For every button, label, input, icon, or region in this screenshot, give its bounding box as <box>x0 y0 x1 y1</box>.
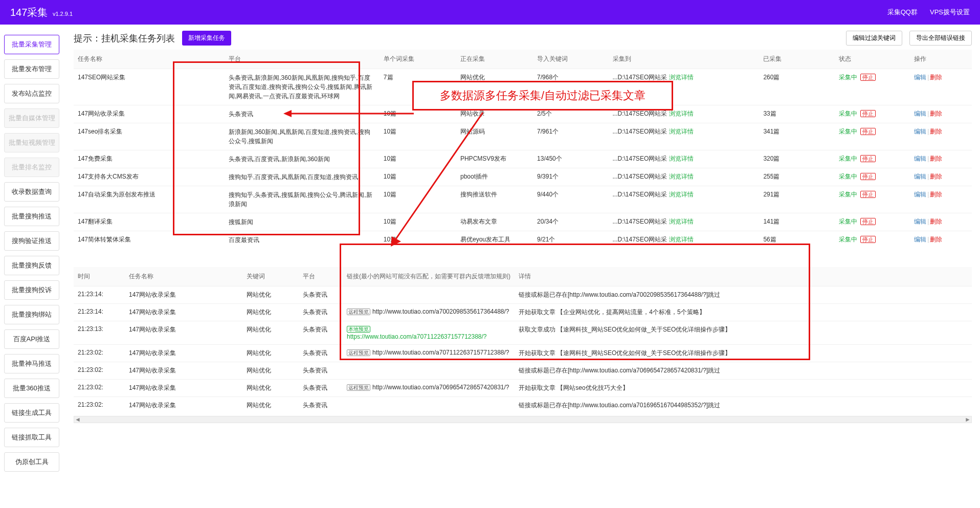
log-row: 21:23:13:147网站收录采集网站优化头条资讯本地预览https://ww… <box>74 321 972 345</box>
cell-single: 10篇 <box>380 168 456 186</box>
sidebar-item-3: 批量自媒体管理 <box>4 108 59 128</box>
link-vps-settings[interactable]: VPS拨号设置 <box>930 8 970 17</box>
browse-detail-link[interactable]: 浏览详情 <box>669 155 694 162</box>
cell-log-link: 本地预览https://www.toutiao.com/a70711226371… <box>343 321 515 345</box>
cell-collected: 56篇 <box>759 231 834 249</box>
sidebar-item-6[interactable]: 收录数据查询 <box>4 182 59 202</box>
sidebar-item-11[interactable]: 批量搜狗绑站 <box>4 305 59 324</box>
cell-status: 采集中停止 <box>835 105 910 123</box>
edit-link[interactable]: 编辑 <box>914 236 926 243</box>
delete-link[interactable]: 删除 <box>930 236 942 243</box>
delete-link[interactable]: 删除 <box>930 74 942 81</box>
browse-detail-link[interactable]: 浏览详情 <box>669 218 694 225</box>
sidebar-item-16[interactable]: 链接抓取工具 <box>4 428 59 447</box>
stop-button[interactable]: 停止 <box>860 191 876 198</box>
edit-link[interactable]: 编辑 <box>914 173 926 180</box>
stop-button[interactable]: 停止 <box>860 128 876 135</box>
main-content: 提示：挂机采集任务列表 新增采集任务 编辑过滤关键词 导出全部错误链接 任务名称… <box>63 25 980 508</box>
cell-save-to: ...D:\147SEO网站采 浏览详情 <box>609 168 760 186</box>
local-preview-tag[interactable]: 本地预览 <box>347 326 370 333</box>
cell-platform: 搜狐新闻 <box>225 213 380 231</box>
browse-detail-link[interactable]: 浏览详情 <box>669 128 694 135</box>
sidebar-item-8[interactable]: 搜狗验证推送 <box>4 231 59 251</box>
edit-link[interactable]: 编辑 <box>914 218 926 225</box>
remote-preview-tag[interactable]: 远程预览 <box>347 349 370 356</box>
cell-save-to: ...D:\147SEO网站采 浏览详情 <box>609 186 760 213</box>
delete-link[interactable]: 删除 <box>930 173 942 180</box>
cell-log-task: 147网站收录采集 <box>125 345 242 362</box>
log-url[interactable]: http://www.toutiao.com/a7069654728657420… <box>372 384 509 391</box>
cell-log-platform: 头条资讯 <box>299 321 343 345</box>
log-url[interactable]: https://www.toutiao.com/a707112263715771… <box>347 333 487 340</box>
edit-link[interactable]: 编辑 <box>914 155 926 162</box>
cell-platform: 头条资讯,新浪新闻,360新闻,凤凰新闻,搜狗知乎,百度资讯,百度知道,搜狗资讯… <box>225 69 380 105</box>
delete-link[interactable]: 删除 <box>930 128 942 135</box>
cell-status: 采集中停止 <box>835 69 910 105</box>
stop-button[interactable]: 停止 <box>860 218 876 225</box>
task-row: 147SEO网站采集头条资讯,新浪新闻,360新闻,凤凰新闻,搜狗知乎,百度资讯… <box>74 69 972 105</box>
sidebar-item-9[interactable]: 批量搜狗反馈 <box>4 256 59 275</box>
browse-detail-link[interactable]: 浏览详情 <box>669 236 694 243</box>
sidebar-item-2[interactable]: 发布站点监控 <box>4 84 59 103</box>
new-task-button[interactable]: 新增采集任务 <box>182 31 231 46</box>
browse-detail-link[interactable]: 浏览详情 <box>669 191 694 198</box>
sidebar-item-1[interactable]: 批量发布管理 <box>4 59 59 79</box>
sidebar-item-7[interactable]: 批量搜狗推送 <box>4 207 59 226</box>
sidebar-item-10[interactable]: 批量搜狗投诉 <box>4 280 59 300</box>
delete-link[interactable]: 删除 <box>930 110 942 117</box>
cell-log-link <box>343 362 515 380</box>
link-qq-group[interactable]: 采集QQ群 <box>887 8 918 17</box>
browse-detail-link[interactable]: 浏览详情 <box>669 74 694 81</box>
sidebar-item-12[interactable]: 百度API推送 <box>4 329 59 349</box>
stop-button[interactable]: 停止 <box>860 155 876 162</box>
sidebar-item-5: 批量排名监控 <box>4 158 59 177</box>
edit-link[interactable]: 编辑 <box>914 191 926 198</box>
delete-link[interactable]: 删除 <box>930 191 942 198</box>
cell-platform: 搜狗知乎,百度资讯,凤凰新闻,百度知道,搜狗资讯 <box>225 168 380 186</box>
sidebar-item-17[interactable]: 伪原创工具 <box>4 452 59 472</box>
cell-time: 21:23:02: <box>74 362 125 380</box>
cell-collected: 33篇 <box>759 105 834 123</box>
sidebar-item-13[interactable]: 批量神马推送 <box>4 354 59 373</box>
edit-link[interactable]: 编辑 <box>914 128 926 135</box>
status-running-label: 采集中 <box>839 236 857 243</box>
cell-log-task: 147网站收录采集 <box>125 321 242 345</box>
cell-save-to: ...D:\147SEO网站采 浏览详情 <box>609 213 760 231</box>
remote-preview-tag[interactable]: 远程预览 <box>347 384 370 391</box>
stop-button[interactable]: 停止 <box>860 110 876 117</box>
log-url[interactable]: http://www.toutiao.com/a7071122637157712… <box>372 349 509 356</box>
log-row: 21:23:14:147网站收录采集网站优化头条资讯远程预览http://www… <box>74 304 972 321</box>
horizontal-scrollbar[interactable]: ◄ ► <box>74 416 972 423</box>
browse-detail-link[interactable]: 浏览详情 <box>669 173 694 180</box>
cell-log-link <box>343 286 515 304</box>
scroll-left-icon[interactable]: ◄ <box>74 416 81 423</box>
delete-link[interactable]: 删除 <box>930 155 942 162</box>
edit-filter-keywords-button[interactable]: 编辑过滤关键词 <box>846 31 902 46</box>
remote-preview-tag[interactable]: 远程预览 <box>347 308 370 315</box>
app-version: v1.2.9.1 <box>53 11 73 17</box>
browse-detail-link[interactable]: 浏览详情 <box>669 110 694 117</box>
log-row: 21:23:14:147网站收录采集网站优化头条资讯链接或标题已存在[http:… <box>74 286 972 304</box>
col-log-task: 任务名称 <box>125 267 242 286</box>
edit-link[interactable]: 编辑 <box>914 110 926 117</box>
stop-button[interactable]: 停止 <box>860 74 876 81</box>
log-table-header-row: 时间 任务名称 关键词 平台 链接(最小的网站可能没有匹配，如需要可群内反馈增加… <box>74 267 972 286</box>
delete-link[interactable]: 删除 <box>930 218 942 225</box>
edit-link[interactable]: 编辑 <box>914 74 926 81</box>
export-error-links-button[interactable]: 导出全部错误链接 <box>909 31 972 46</box>
scroll-right-icon[interactable]: ► <box>964 416 971 423</box>
sidebar-item-15[interactable]: 链接生成工具 <box>4 403 59 423</box>
cell-log-link <box>343 397 515 414</box>
stop-button[interactable]: 停止 <box>860 236 876 243</box>
app-brand: 147采集 v1.2.9.1 <box>10 6 73 19</box>
cell-import-kw: 2/5个 <box>533 105 608 123</box>
log-row: 21:23:02:147网站收录采集网站优化头条资讯远程预览http://www… <box>74 380 972 397</box>
cell-task-name: 147支持各大CMS发布 <box>74 168 225 186</box>
cell-platform: 新浪新闻,360新闻,凤凰新闻,百度知道,搜狗资讯,搜狗公众号,搜狐新闻 <box>225 123 380 150</box>
sidebar-item-0[interactable]: 批量采集管理 <box>4 35 59 54</box>
stop-button[interactable]: 停止 <box>860 173 876 180</box>
log-url[interactable]: http://www.toutiao.com/a7002098535617364… <box>372 308 509 315</box>
cell-save-to: ...D:\147SEO网站采 浏览详情 <box>609 69 760 105</box>
cell-log-detail: 获取文章成功 【途网科技_网站SEO优化如何做_关于SEO优化详细操作步骤】 <box>515 321 972 345</box>
sidebar-item-14[interactable]: 批量360推送 <box>4 379 59 398</box>
